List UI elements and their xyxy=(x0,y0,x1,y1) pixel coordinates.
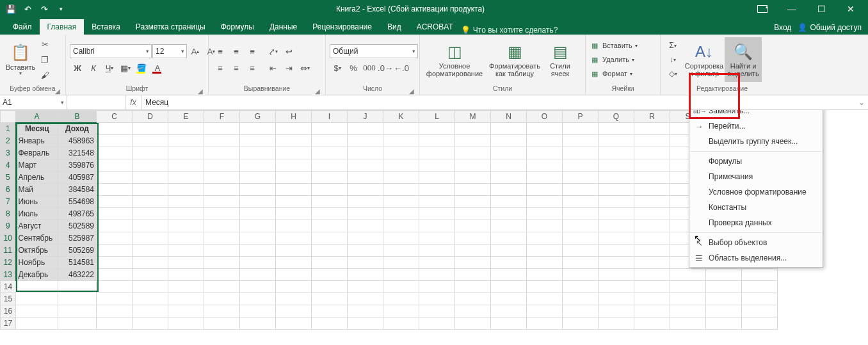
cell[interactable] xyxy=(563,317,599,330)
cell[interactable] xyxy=(133,305,168,317)
fill-button[interactable]: ↓▾ xyxy=(664,53,681,66)
cell[interactable] xyxy=(563,123,599,135)
column-header[interactable]: K xyxy=(383,111,419,123)
cell[interactable] xyxy=(563,269,599,281)
cell[interactable] xyxy=(563,159,599,172)
cell[interactable] xyxy=(383,281,419,293)
cell[interactable] xyxy=(348,135,383,147)
tab-insert[interactable]: Вставка xyxy=(84,19,128,35)
cell[interactable] xyxy=(563,196,599,208)
cell[interactable] xyxy=(527,135,563,147)
column-header[interactable]: C xyxy=(97,111,133,123)
menu-item-goto-special[interactable]: Выделить группу ячеек... xyxy=(689,134,823,149)
cell[interactable] xyxy=(240,184,276,196)
cell[interactable]: Доход xyxy=(58,123,97,135)
column-header[interactable]: I xyxy=(312,111,348,123)
cell[interactable] xyxy=(527,305,563,317)
cell[interactable] xyxy=(133,208,168,220)
cell[interactable] xyxy=(491,196,527,208)
cell[interactable] xyxy=(348,257,383,269)
comma-format-icon[interactable]: 000 xyxy=(362,61,377,75)
cell[interactable] xyxy=(742,305,778,317)
cell-styles-button[interactable]: ▤Стилиячеек xyxy=(544,37,576,82)
select-all-cell[interactable] xyxy=(1,111,16,123)
cell[interactable] xyxy=(599,232,634,245)
cell[interactable]: Месяц xyxy=(16,123,58,135)
wrap-text-icon[interactable]: ↩ xyxy=(281,44,296,58)
column-header[interactable]: O xyxy=(527,111,563,123)
cell[interactable] xyxy=(16,317,58,330)
cell[interactable] xyxy=(491,184,527,196)
cell[interactable] xyxy=(133,196,168,208)
cell[interactable] xyxy=(419,208,455,220)
cell[interactable] xyxy=(276,245,312,257)
cell[interactable] xyxy=(491,208,527,220)
cell[interactable] xyxy=(563,305,599,317)
cell[interactable] xyxy=(204,196,240,208)
expand-formula-bar-icon[interactable]: ⌄ xyxy=(855,98,868,107)
worksheet-grid[interactable]: ABCDEFGHIJKLMNOPQRSTU1МесяцДоход2Январь4… xyxy=(0,110,868,345)
cell[interactable] xyxy=(455,184,491,196)
cell[interactable]: 514581 xyxy=(58,257,97,269)
cell[interactable] xyxy=(312,196,348,208)
cell[interactable] xyxy=(276,147,312,159)
cell[interactable] xyxy=(491,220,527,232)
cell[interactable] xyxy=(58,281,97,293)
cell[interactable] xyxy=(312,220,348,232)
cell[interactable] xyxy=(527,269,563,281)
cell[interactable] xyxy=(348,159,383,172)
cell[interactable] xyxy=(706,305,742,317)
cell[interactable] xyxy=(97,147,133,159)
cell[interactable]: 502589 xyxy=(58,220,97,232)
dialog-launcher-icon[interactable]: ◢ xyxy=(315,88,320,95)
row-header[interactable]: 5 xyxy=(1,172,16,184)
row-header[interactable]: 6 xyxy=(1,184,16,196)
cell[interactable] xyxy=(599,245,634,257)
cell[interactable] xyxy=(599,220,634,232)
cell[interactable] xyxy=(240,257,276,269)
cell[interactable] xyxy=(742,293,778,305)
cell[interactable]: Апрель xyxy=(16,172,58,184)
cell[interactable] xyxy=(599,293,634,305)
cell[interactable] xyxy=(240,123,276,135)
cell[interactable]: Февраль xyxy=(16,147,58,159)
cell[interactable] xyxy=(204,281,240,293)
tab-acrobat[interactable]: ACROBAT xyxy=(409,19,461,35)
cell[interactable] xyxy=(491,159,527,172)
cell[interactable] xyxy=(527,281,563,293)
cell[interactable] xyxy=(133,159,168,172)
percent-format-icon[interactable]: % xyxy=(346,61,361,75)
cell[interactable] xyxy=(348,172,383,184)
cell[interactable]: 505269 xyxy=(58,245,97,257)
cell[interactable] xyxy=(599,196,634,208)
cell[interactable]: 525987 xyxy=(58,232,97,245)
cell[interactable] xyxy=(455,293,491,305)
cell[interactable] xyxy=(133,293,168,305)
clear-button[interactable]: ◇▾ xyxy=(664,67,681,80)
cell[interactable] xyxy=(240,135,276,147)
cell[interactable] xyxy=(455,245,491,257)
column-header[interactable]: B xyxy=(58,111,97,123)
cell[interactable] xyxy=(276,220,312,232)
cell[interactable]: 498765 xyxy=(58,208,97,220)
cell[interactable] xyxy=(563,293,599,305)
cell[interactable] xyxy=(240,232,276,245)
cell[interactable] xyxy=(240,172,276,184)
ribbon-options-icon[interactable]: ▴ xyxy=(749,2,776,16)
column-header[interactable]: Q xyxy=(599,111,634,123)
cell[interactable] xyxy=(168,293,204,305)
cell[interactable] xyxy=(204,269,240,281)
cell[interactable] xyxy=(348,317,383,330)
cell[interactable] xyxy=(455,208,491,220)
column-header[interactable]: N xyxy=(491,111,527,123)
cell[interactable] xyxy=(491,135,527,147)
tab-data[interactable]: Данные xyxy=(262,19,305,35)
bold-button[interactable]: Ж xyxy=(70,61,85,75)
tab-review[interactable]: Рецензирование xyxy=(305,19,380,35)
cell[interactable] xyxy=(312,317,348,330)
cell[interactable] xyxy=(634,305,670,317)
cell[interactable] xyxy=(563,257,599,269)
cell[interactable] xyxy=(168,159,204,172)
cell[interactable] xyxy=(348,196,383,208)
cell[interactable] xyxy=(97,172,133,184)
